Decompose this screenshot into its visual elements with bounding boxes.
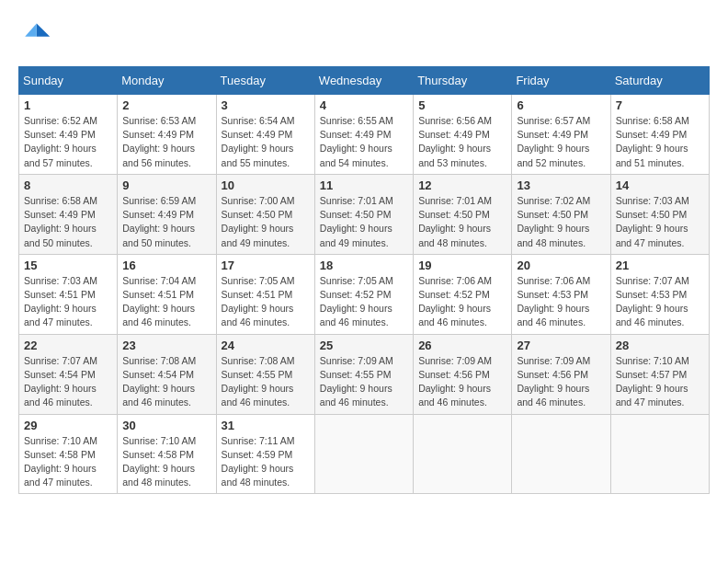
calendar-cell [314, 414, 413, 494]
calendar-cell: 14 Sunrise: 7:03 AM Sunset: 4:50 PM Dayl… [610, 174, 709, 254]
day-number: 10 [222, 178, 310, 192]
day-number: 3 [222, 98, 310, 112]
day-info: Sunrise: 7:04 AM Sunset: 4:51 PM Dayligh… [122, 274, 210, 330]
calendar-cell: 24 Sunrise: 7:08 AM Sunset: 4:55 PM Dayl… [216, 334, 314, 414]
day-info: Sunrise: 6:53 AM Sunset: 4:49 PM Dayligh… [122, 114, 210, 170]
day-info: Sunrise: 7:05 AM Sunset: 4:51 PM Dayligh… [222, 274, 310, 330]
day-number: 29 [24, 419, 112, 432]
calendar-cell: 18 Sunrise: 7:05 AM Sunset: 4:52 PM Dayl… [314, 254, 413, 334]
day-number: 23 [122, 339, 210, 352]
calendar-cell: 7 Sunrise: 6:58 AM Sunset: 4:49 PM Dayli… [610, 95, 709, 175]
day-info: Sunrise: 7:09 AM Sunset: 4:56 PM Dayligh… [418, 354, 506, 410]
day-info: Sunrise: 7:11 AM Sunset: 4:59 PM Dayligh… [222, 434, 310, 490]
page-header [18, 18, 710, 52]
logo [18, 18, 57, 52]
day-number: 14 [616, 178, 704, 192]
day-info: Sunrise: 7:10 AM Sunset: 4:58 PM Dayligh… [24, 434, 112, 490]
day-number: 30 [122, 419, 210, 432]
day-number: 26 [418, 339, 506, 352]
day-number: 1 [24, 98, 112, 112]
svg-marker-1 [25, 23, 37, 36]
day-info: Sunrise: 7:06 AM Sunset: 4:53 PM Dayligh… [517, 274, 605, 330]
day-info: Sunrise: 6:57 AM Sunset: 4:49 PM Dayligh… [517, 114, 605, 170]
day-number: 6 [517, 98, 605, 112]
calendar-cell: 22 Sunrise: 7:07 AM Sunset: 4:54 PM Dayl… [19, 334, 118, 414]
calendar-row: 15 Sunrise: 7:03 AM Sunset: 4:51 PM Dayl… [19, 254, 710, 334]
day-number: 17 [222, 259, 310, 272]
day-number: 24 [222, 339, 310, 352]
calendar-row: 29 Sunrise: 7:10 AM Sunset: 4:58 PM Dayl… [19, 414, 710, 494]
day-info: Sunrise: 7:00 AM Sunset: 4:50 PM Dayligh… [222, 194, 310, 250]
day-number: 11 [320, 178, 408, 192]
day-number: 21 [616, 259, 704, 272]
calendar-cell: 19 Sunrise: 7:06 AM Sunset: 4:52 PM Dayl… [414, 254, 512, 334]
calendar-cell: 15 Sunrise: 7:03 AM Sunset: 4:51 PM Dayl… [19, 254, 118, 334]
calendar-cell: 9 Sunrise: 6:59 AM Sunset: 4:49 PM Dayli… [118, 174, 216, 254]
day-info: Sunrise: 7:01 AM Sunset: 4:50 PM Dayligh… [320, 194, 408, 250]
day-info: Sunrise: 7:10 AM Sunset: 4:58 PM Dayligh… [122, 434, 210, 490]
day-number: 27 [517, 339, 605, 352]
calendar-cell: 2 Sunrise: 6:53 AM Sunset: 4:49 PM Dayli… [118, 95, 216, 175]
calendar-cell: 6 Sunrise: 6:57 AM Sunset: 4:49 PM Dayli… [512, 95, 610, 175]
calendar-cell: 17 Sunrise: 7:05 AM Sunset: 4:51 PM Dayl… [216, 254, 314, 334]
day-number: 5 [418, 98, 506, 112]
calendar-cell: 20 Sunrise: 7:06 AM Sunset: 4:53 PM Dayl… [512, 254, 610, 334]
calendar-table: Sunday Monday Tuesday Wednesday Thursday… [18, 66, 710, 494]
calendar-header-row: Sunday Monday Tuesday Wednesday Thursday… [19, 67, 710, 95]
calendar-cell: 8 Sunrise: 6:58 AM Sunset: 4:49 PM Dayli… [19, 174, 118, 254]
calendar-cell: 16 Sunrise: 7:04 AM Sunset: 4:51 PM Dayl… [118, 254, 216, 334]
day-number: 25 [320, 339, 408, 352]
day-number: 16 [122, 259, 210, 272]
calendar-cell: 10 Sunrise: 7:00 AM Sunset: 4:50 PM Dayl… [216, 174, 314, 254]
svg-marker-0 [37, 23, 50, 36]
calendar-cell [414, 414, 512, 494]
day-info: Sunrise: 7:10 AM Sunset: 4:57 PM Dayligh… [616, 354, 704, 410]
day-info: Sunrise: 6:59 AM Sunset: 4:49 PM Dayligh… [122, 194, 210, 250]
day-info: Sunrise: 6:58 AM Sunset: 4:49 PM Dayligh… [24, 194, 112, 250]
day-info: Sunrise: 7:01 AM Sunset: 4:50 PM Dayligh… [418, 194, 506, 250]
day-number: 31 [222, 419, 310, 432]
day-number: 28 [616, 339, 704, 352]
day-info: Sunrise: 6:56 AM Sunset: 4:49 PM Dayligh… [418, 114, 506, 170]
calendar-cell: 1 Sunrise: 6:52 AM Sunset: 4:49 PM Dayli… [19, 95, 118, 175]
calendar-cell: 29 Sunrise: 7:10 AM Sunset: 4:58 PM Dayl… [19, 414, 118, 494]
day-info: Sunrise: 7:08 AM Sunset: 4:55 PM Dayligh… [222, 354, 310, 410]
calendar-cell: 31 Sunrise: 7:11 AM Sunset: 4:59 PM Dayl… [216, 414, 314, 494]
calendar-row: 1 Sunrise: 6:52 AM Sunset: 4:49 PM Dayli… [19, 95, 710, 175]
day-number: 12 [418, 178, 506, 192]
col-thursday: Thursday [414, 67, 512, 95]
day-info: Sunrise: 6:54 AM Sunset: 4:49 PM Dayligh… [222, 114, 310, 170]
day-number: 4 [320, 98, 408, 112]
day-info: Sunrise: 7:08 AM Sunset: 4:54 PM Dayligh… [122, 354, 210, 410]
day-info: Sunrise: 7:07 AM Sunset: 4:54 PM Dayligh… [24, 354, 112, 410]
calendar-cell: 13 Sunrise: 7:02 AM Sunset: 4:50 PM Dayl… [512, 174, 610, 254]
day-number: 9 [122, 178, 210, 192]
day-number: 2 [122, 98, 210, 112]
day-info: Sunrise: 6:52 AM Sunset: 4:49 PM Dayligh… [24, 114, 112, 170]
day-info: Sunrise: 7:03 AM Sunset: 4:51 PM Dayligh… [24, 274, 112, 330]
day-number: 8 [24, 178, 112, 192]
day-number: 7 [616, 98, 704, 112]
logo-icon [18, 18, 51, 52]
calendar-cell [610, 414, 709, 494]
day-number: 15 [24, 259, 112, 272]
calendar-cell: 5 Sunrise: 6:56 AM Sunset: 4:49 PM Dayli… [414, 95, 512, 175]
col-saturday: Saturday [610, 67, 709, 95]
day-info: Sunrise: 7:02 AM Sunset: 4:50 PM Dayligh… [517, 194, 605, 250]
calendar-cell: 11 Sunrise: 7:01 AM Sunset: 4:50 PM Dayl… [314, 174, 413, 254]
day-info: Sunrise: 7:09 AM Sunset: 4:56 PM Dayligh… [517, 354, 605, 410]
col-friday: Friday [512, 67, 610, 95]
calendar-cell: 28 Sunrise: 7:10 AM Sunset: 4:57 PM Dayl… [610, 334, 709, 414]
day-info: Sunrise: 7:03 AM Sunset: 4:50 PM Dayligh… [616, 194, 704, 250]
day-number: 18 [320, 259, 408, 272]
calendar-cell: 30 Sunrise: 7:10 AM Sunset: 4:58 PM Dayl… [118, 414, 216, 494]
day-info: Sunrise: 7:07 AM Sunset: 4:53 PM Dayligh… [616, 274, 704, 330]
day-number: 20 [517, 259, 605, 272]
calendar-cell: 4 Sunrise: 6:55 AM Sunset: 4:49 PM Dayli… [314, 95, 413, 175]
calendar-cell: 23 Sunrise: 7:08 AM Sunset: 4:54 PM Dayl… [118, 334, 216, 414]
calendar-cell: 12 Sunrise: 7:01 AM Sunset: 4:50 PM Dayl… [414, 174, 512, 254]
col-sunday: Sunday [19, 67, 118, 95]
day-info: Sunrise: 6:58 AM Sunset: 4:49 PM Dayligh… [616, 114, 704, 170]
day-info: Sunrise: 7:05 AM Sunset: 4:52 PM Dayligh… [320, 274, 408, 330]
calendar-cell [512, 414, 610, 494]
